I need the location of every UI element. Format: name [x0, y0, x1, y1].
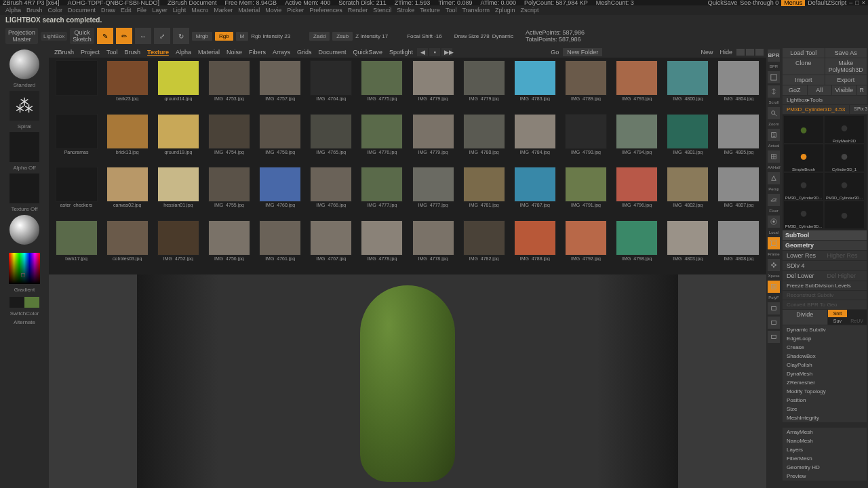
go-button[interactable]: Go: [548, 48, 561, 56]
texture-thumb[interactable]: IMG_4777.jpg: [408, 167, 458, 219]
menu-stencil[interactable]: Stencil: [373, 7, 391, 14]
tab-noise[interactable]: Noise: [224, 48, 245, 56]
freeze-subdiv[interactable]: Freeze SubDivision Levels: [783, 281, 867, 290]
texture-thumb[interactable]: IMG_4766.jpg: [307, 167, 356, 219]
nav-next[interactable]: ▶▶: [441, 48, 452, 56]
texture-thumb[interactable]: IMG_4775.jpg: [357, 60, 407, 113]
Persp-icon[interactable]: [768, 172, 780, 184]
texture-thumb[interactable]: IMG_4788.jpg: [510, 220, 559, 272]
menu-alpha[interactable]: Alpha: [5, 7, 21, 14]
projection-master[interactable]: Projection Master: [5, 28, 38, 44]
tool-thumb[interactable]: ●PM3D_Cylinder3D...: [784, 201, 823, 228]
texture-thumb[interactable]: IMG_4789.jpg: [561, 60, 610, 113]
goz-r[interactable]: R: [857, 85, 867, 95]
menu-movie[interactable]: Movie: [265, 7, 281, 14]
minimize-icon[interactable]: –: [849, 0, 852, 6]
menu-stroke[interactable]: Stroke: [397, 7, 414, 14]
texture-thumb[interactable]: IMG_4800.jpg: [663, 60, 713, 113]
del-lower[interactable]: Del Lower: [785, 272, 824, 280]
texture-thumb[interactable]: IMG_4791.jpg: [561, 167, 610, 219]
zsub[interactable]: Zsub: [332, 32, 353, 41]
section-shadowbox[interactable]: ShadowBox: [783, 352, 867, 361]
menu-zplugin[interactable]: Zplugin: [495, 7, 515, 14]
menu-render[interactable]: Render: [348, 7, 368, 14]
section-claypolish[interactable]: ClayPolish: [783, 361, 867, 369]
texture-thumb[interactable]: IMG_4779.jpg: [408, 114, 458, 166]
goz-visible[interactable]: Visible: [832, 85, 856, 95]
menu-draw[interactable]: Draw: [101, 7, 115, 14]
menu-file[interactable]: File: [137, 7, 147, 14]
texture-thumb[interactable]: aster_checkers: [52, 167, 101, 219]
tab-zbrush[interactable]: ZBrush: [52, 48, 77, 56]
texture-thumb[interactable]: [52, 60, 101, 113]
texture-thumb[interactable]: IMG_4796.jpg: [612, 167, 662, 219]
export[interactable]: Export: [825, 75, 867, 85]
goz-all[interactable]: All: [808, 85, 832, 95]
menu-macro[interactable]: Macro: [191, 7, 208, 14]
texture-thumb[interactable]: IMG_4805.jpg: [714, 114, 764, 166]
suv[interactable]: Suv: [828, 317, 848, 325]
seethrough[interactable]: See-through 0: [740, 0, 778, 6]
texture-thumb[interactable]: IMG_4792.jpg: [561, 220, 610, 272]
tab-spotlight[interactable]: Spotlight: [387, 48, 416, 56]
maximize-icon[interactable]: □: [855, 0, 859, 6]
mrgb[interactable]: Mrgb: [192, 32, 212, 41]
tab-document[interactable]: Document: [316, 48, 349, 56]
view-single-icon[interactable]: [736, 49, 745, 56]
texture-thumb[interactable]: IMG_4760.jpg: [256, 167, 305, 219]
spix[interactable]: SPix 3: [850, 105, 868, 114]
tab-grids[interactable]: Grids: [294, 48, 315, 56]
lower-res[interactable]: Lower Res: [785, 251, 824, 260]
geometry-header[interactable]: Geometry: [783, 241, 867, 250]
texture-thumb[interactable]: IMG_4779.jpg: [408, 60, 458, 113]
alpha-preview[interactable]: [9, 132, 39, 162]
menu-brush[interactable]: Brush: [26, 7, 43, 14]
texture-thumb[interactable]: hessian01.jpg: [153, 167, 203, 219]
menu-marker[interactable]: Marker: [214, 7, 233, 14]
draw-mode[interactable]: ✏: [116, 28, 132, 44]
texture-thumb[interactable]: IMG_4787.jpg: [510, 167, 559, 219]
section-size[interactable]: Size: [783, 405, 867, 413]
save-as[interactable]: Save As: [825, 48, 867, 58]
menu-texture[interactable]: Texture: [420, 7, 440, 14]
Xpose-icon[interactable]: [768, 259, 780, 271]
section-layers[interactable]: Layers: [783, 445, 867, 454]
scale-mode[interactable]: ⤢: [154, 28, 170, 44]
rgb-intensity-slider[interactable]: Rgb Intensity 23: [251, 33, 290, 39]
make-polymesh[interactable]: Make PolyMesh3D: [825, 58, 867, 75]
viewport[interactable]: [137, 274, 678, 488]
zadd[interactable]: Zadd: [309, 32, 330, 41]
cam-icon[interactable]: [768, 302, 780, 314]
texture-thumb[interactable]: ground14.jpg: [153, 60, 203, 113]
menu-transform[interactable]: Transform: [462, 7, 490, 14]
Scroll-icon[interactable]: [768, 85, 780, 98]
menu-document[interactable]: Document: [68, 7, 96, 14]
section-dynamic-subdiv[interactable]: Dynamic Subdiv: [783, 325, 867, 334]
tool-thumb[interactable]: ●Cylinder3D_1: [825, 144, 864, 171]
texture-thumb[interactable]: IMG_4752.jpg: [153, 220, 203, 272]
new-button[interactable]: New: [698, 48, 715, 56]
texture-thumb[interactable]: IMG_4804.jpg: [714, 60, 764, 113]
texture-thumb[interactable]: IMG_4778.jpg: [408, 220, 458, 272]
focal-shift-slider[interactable]: Focal Shift -16: [407, 33, 442, 39]
texture-thumb[interactable]: IMG_4776.jpg: [357, 114, 407, 166]
m[interactable]: M: [236, 32, 249, 41]
switchcolor[interactable]: SwitchColor: [10, 310, 39, 317]
section-preview[interactable]: Preview: [783, 472, 867, 481]
material-preview[interactable]: [9, 215, 39, 245]
stroke-preview[interactable]: ⁂: [9, 91, 39, 121]
new-folder[interactable]: New Folder: [563, 48, 602, 56]
menus-button[interactable]: Menus: [781, 0, 805, 6]
tab-material[interactable]: Material: [195, 48, 222, 56]
tool-thumb[interactable]: ●PolyMesh3D: [825, 116, 864, 143]
grid-icon[interactable]: [768, 317, 780, 329]
star-icon[interactable]: [768, 331, 780, 343]
close-icon[interactable]: ×: [862, 0, 865, 6]
higher-res[interactable]: Higher Res: [826, 251, 865, 260]
tab-tool[interactable]: Tool: [104, 48, 121, 56]
color-swatches[interactable]: [9, 297, 39, 308]
tab-fibers[interactable]: Fibers: [246, 48, 269, 56]
texture-thumb[interactable]: Panoramas: [52, 114, 101, 166]
texture-thumb[interactable]: IMG_4808.jpg: [714, 220, 764, 272]
menu-layer[interactable]: Layer: [152, 7, 167, 14]
